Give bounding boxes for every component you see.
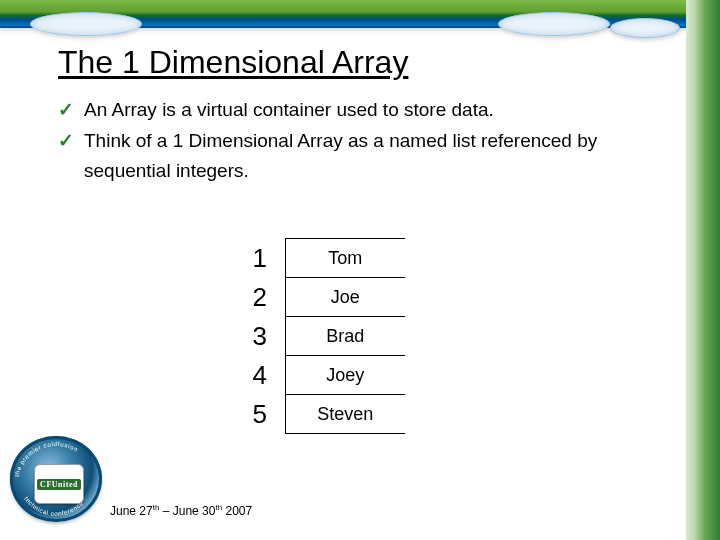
array-value: Tom — [285, 239, 405, 278]
table-row: 2 Joe — [245, 278, 405, 317]
table-row: 3 Brad — [245, 317, 405, 356]
table-row: 4 Joey — [245, 356, 405, 395]
array-illustration: 1 Tom 2 Joe 3 Brad 4 Joey 5 Steven — [245, 238, 405, 434]
slide-content: The 1 Dimensional Array ✓ An Array is a … — [58, 44, 660, 187]
array-value: Brad — [285, 317, 405, 356]
array-index: 4 — [245, 356, 285, 395]
array-table: 1 Tom 2 Joe 3 Brad 4 Joey 5 Steven — [245, 238, 405, 434]
footer-month-to: June — [173, 504, 202, 518]
footer-year: 2007 — [222, 504, 252, 518]
footer-to-day: 30 — [202, 504, 215, 518]
bullet-item: ✓ Think of a 1 Dimensional Array as a na… — [58, 126, 660, 185]
array-value: Steven — [285, 395, 405, 434]
table-row: 5 Steven — [245, 395, 405, 434]
array-index: 5 — [245, 395, 285, 434]
footer-from-day: 27 — [139, 504, 152, 518]
array-index: 1 — [245, 239, 285, 278]
bullet-text: An Array is a virtual container used to … — [84, 99, 494, 120]
array-index: 3 — [245, 317, 285, 356]
cloud-decoration — [610, 18, 680, 38]
bullet-list: ✓ An Array is a virtual container used t… — [58, 95, 660, 185]
table-row: 1 Tom — [245, 239, 405, 278]
logo-inner-plate: CFUnited — [34, 464, 84, 504]
footer-month-from: June — [110, 504, 139, 518]
right-accent-strip — [686, 0, 720, 540]
array-index: 2 — [245, 278, 285, 317]
array-value: Joey — [285, 356, 405, 395]
conference-logo: the premier coldfusion technical confere… — [10, 436, 102, 522]
bullet-text: Think of a 1 Dimensional Array as a name… — [84, 130, 597, 180]
logo-inner-text: CFUnited — [37, 479, 81, 490]
header-banner — [0, 0, 720, 28]
check-icon: ✓ — [58, 126, 74, 155]
array-value: Joe — [285, 278, 405, 317]
bullet-item: ✓ An Array is a virtual container used t… — [58, 95, 660, 124]
check-icon: ✓ — [58, 95, 74, 124]
footer-date: June 27th – June 30th 2007 — [110, 503, 252, 518]
footer-sep: – — [159, 504, 172, 518]
slide-title: The 1 Dimensional Array — [58, 44, 660, 81]
